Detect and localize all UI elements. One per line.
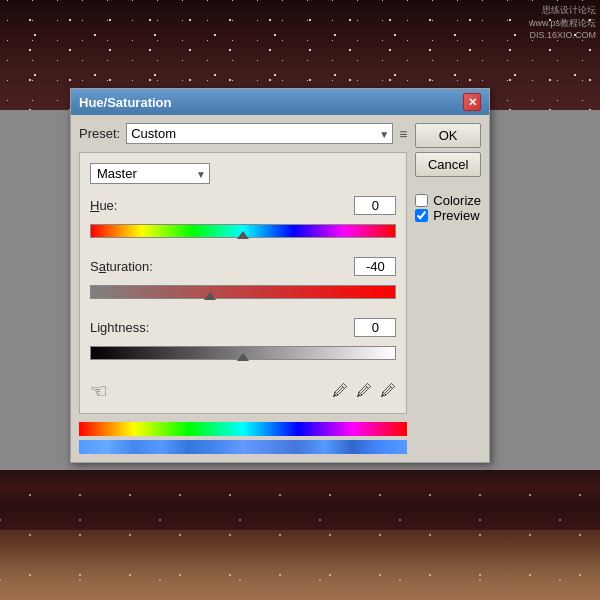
preset-row: Preset: Custom Default Strong Saturation…: [79, 123, 407, 144]
lightness-value-input[interactable]: [354, 318, 396, 337]
options-area: Colorize Preview: [415, 193, 481, 223]
hand-tool-icon[interactable]: ☜: [90, 379, 108, 403]
dialog-buttons: OK Cancel Colorize Preview: [415, 123, 481, 454]
colorize-checkbox[interactable]: [415, 194, 428, 207]
preset-label: Preset:: [79, 126, 120, 141]
eyedropper-icon[interactable]: 🖉: [332, 382, 348, 400]
preview-option-row: Preview: [415, 208, 481, 223]
color-bars: [79, 422, 407, 454]
blue-bar: [79, 440, 407, 454]
hue-label-row: Hue:: [90, 196, 396, 215]
preview-checkbox[interactable]: [415, 209, 428, 222]
dialog-titlebar: Hue/Saturation ✕: [71, 89, 489, 115]
colorize-label: Colorize: [433, 193, 481, 208]
ok-button[interactable]: OK: [415, 123, 481, 148]
hue-thumb[interactable]: [237, 231, 249, 239]
hue-slider-row: Hue:: [90, 196, 396, 243]
hue-value-input[interactable]: [354, 196, 396, 215]
lightness-slider-row: Lightness:: [90, 318, 396, 365]
channel-select-wrapper: Master Reds Yellows Greens Cyans Blues M…: [90, 163, 210, 184]
preview-label: Preview: [433, 208, 479, 223]
dialog-body: Preset: Custom Default Strong Saturation…: [71, 115, 489, 462]
channel-row: Master Reds Yellows Greens Cyans Blues M…: [90, 163, 396, 184]
bg-side-right: [528, 110, 600, 470]
hue-track-wrapper[interactable]: [90, 219, 396, 243]
saturation-track: [90, 285, 396, 299]
preset-select[interactable]: Custom Default Strong Saturation Desatur…: [126, 123, 393, 144]
dialog-main: Preset: Custom Default Strong Saturation…: [79, 123, 407, 454]
inner-panel: Master Reds Yellows Greens Cyans Blues M…: [79, 152, 407, 414]
lightness-track-wrapper[interactable]: [90, 341, 396, 365]
hue-label: Hue:: [90, 198, 117, 213]
hue-track: [90, 224, 396, 238]
saturation-thumb[interactable]: [204, 292, 216, 300]
lightness-thumb[interactable]: [237, 353, 249, 361]
cancel-button[interactable]: Cancel: [415, 152, 481, 177]
lightness-label: Lightness:: [90, 320, 149, 335]
preset-options-icon[interactable]: ≡: [399, 126, 407, 142]
preset-select-wrapper: Custom Default Strong Saturation Desatur…: [126, 123, 393, 144]
saturation-label: Saturation:: [90, 259, 153, 274]
watermark: 思练设计论坛 www.ps教程论坛 DIS.16XIO.COM: [529, 4, 596, 42]
channel-select[interactable]: Master Reds Yellows Greens Cyans Blues M…: [90, 163, 210, 184]
colorize-option-row: Colorize: [415, 193, 481, 208]
saturation-label-row: Saturation:: [90, 257, 396, 276]
lightness-label-row: Lightness:: [90, 318, 396, 337]
close-button[interactable]: ✕: [463, 93, 481, 111]
bg-bottom: [0, 470, 600, 600]
bg-side-left: [0, 110, 72, 470]
saturation-track-wrapper[interactable]: [90, 280, 396, 304]
saturation-slider-row: Saturation:: [90, 257, 396, 304]
dialog-title: Hue/Saturation: [79, 95, 171, 110]
eyedropper-icons: 🖉 🖉 🖉: [332, 382, 396, 400]
saturation-value-input[interactable]: [354, 257, 396, 276]
eyedropper-add-icon[interactable]: 🖉: [356, 382, 372, 400]
hue-saturation-dialog: Hue/Saturation ✕ Preset: Custom Default …: [70, 88, 490, 463]
rainbow-bar: [79, 422, 407, 436]
bottom-icons-row: ☜ 🖉 🖉 🖉: [90, 379, 396, 403]
lightness-track: [90, 346, 396, 360]
eyedropper-subtract-icon[interactable]: 🖉: [380, 382, 396, 400]
